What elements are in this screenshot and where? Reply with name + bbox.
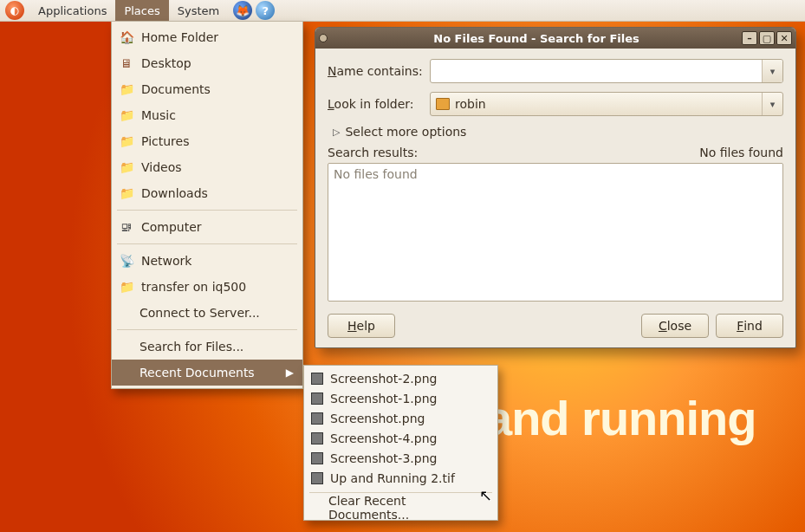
recent-item[interactable]: Screenshot.png	[304, 408, 497, 428]
recent-item-label: Screenshot.png	[330, 412, 425, 425]
places-transfer[interactable]: 📁transfer on iq500	[112, 274, 302, 300]
menu-places[interactable]: Places	[115, 0, 168, 21]
window-titlebar[interactable]: No Files Found - Search for Files – ▢ ✕	[315, 28, 795, 49]
firefox-launcher-icon[interactable]: 🦊	[233, 1, 252, 20]
dropdown-button-icon[interactable]: ▾	[762, 93, 782, 115]
folder-value: robin	[455, 97, 486, 111]
menu-item-label: Pictures	[141, 134, 189, 148]
places-videos[interactable]: 📁Videos	[112, 154, 302, 180]
recent-clear[interactable]: Clear Recent Documents...	[304, 497, 497, 517]
menu-applications[interactable]: Applications	[29, 0, 115, 21]
places-menu: 🏠Home Folder 🖥Desktop 📁Documents 📁Music …	[111, 22, 303, 389]
folder-icon: 📁	[119, 81, 134, 97]
places-computer[interactable]: 🖳Computer	[112, 214, 302, 240]
look-in-folder-combo[interactable]: robin ▾	[430, 92, 783, 116]
results-empty-text: No files found	[334, 167, 777, 181]
dropdown-button-icon[interactable]: ▾	[762, 60, 782, 82]
recent-item[interactable]: Screenshot-2.png	[304, 368, 497, 388]
window-minimize-button[interactable]: –	[742, 31, 757, 45]
places-search-files[interactable]: Search for Files...	[112, 334, 302, 360]
places-downloads[interactable]: 📁Downloads	[112, 180, 302, 206]
places-documents[interactable]: 📁Documents	[112, 76, 302, 102]
places-connect-server[interactable]: Connect to Server...	[112, 300, 302, 326]
places-recent-documents[interactable]: Recent Documents▶	[112, 360, 302, 386]
places-pictures[interactable]: 📁Pictures	[112, 128, 302, 154]
recent-item-label: Screenshot-1.png	[330, 392, 437, 405]
window-title: No Files Found - Search for Files	[333, 32, 740, 45]
search-files-window: No Files Found - Search for Files – ▢ ✕ …	[315, 27, 796, 348]
recent-item[interactable]: Screenshot-3.png	[304, 448, 497, 468]
places-network[interactable]: 📡Network	[112, 248, 302, 274]
menu-item-label: Clear Recent Documents...	[328, 494, 489, 522]
recent-item[interactable]: Up and Running 2.tif	[304, 468, 497, 488]
recent-documents-menu: Screenshot-2.png Screenshot-1.png Screen…	[303, 365, 498, 521]
help-launcher-icon[interactable]: ?	[256, 1, 275, 20]
menu-item-label: Music	[141, 108, 176, 122]
menu-item-label: Search for Files...	[140, 340, 243, 354]
menu-separator	[117, 210, 297, 211]
close-button[interactable]: Close	[641, 314, 709, 338]
help-button[interactable]: Help	[328, 314, 395, 338]
look-in-folder-label: Look in folder:	[328, 97, 430, 111]
home-folder-icon: 🏠	[119, 29, 134, 45]
menu-system[interactable]: System	[169, 0, 228, 21]
computer-icon: 🖳	[119, 219, 134, 235]
name-contains-combo[interactable]: ▾	[430, 59, 783, 83]
folder-music-icon: 📁	[119, 107, 134, 123]
places-home[interactable]: 🏠Home Folder	[112, 24, 302, 50]
window-menu-icon[interactable]	[319, 34, 328, 42]
folder-pictures-icon: 📁	[119, 133, 134, 149]
mouse-cursor-icon: ↖	[479, 486, 492, 504]
name-contains-label: Name contains:	[328, 64, 430, 78]
desktop-icon: 🖥	[119, 55, 134, 71]
image-thumb-icon	[311, 432, 323, 444]
wallpaper-text: and running	[485, 390, 756, 446]
recent-item[interactable]: Screenshot-4.png	[304, 428, 497, 448]
menu-item-label: Home Folder	[141, 30, 218, 44]
menu-item-label: Computer	[141, 220, 202, 234]
folder-videos-icon: 📁	[119, 159, 134, 175]
menu-item-label: Desktop	[141, 56, 192, 70]
recent-item-label: Screenshot-4.png	[330, 431, 437, 445]
home-folder-icon	[436, 98, 450, 110]
top-panel: ◐ Applications Places System 🦊 ?	[0, 0, 805, 22]
select-more-options[interactable]: ▷ Select more options	[328, 125, 783, 139]
menu-item-label: Documents	[141, 82, 211, 96]
menu-separator	[117, 329, 297, 330]
menu-item-label: transfer on iq500	[141, 280, 246, 294]
folder-remote-icon: 📁	[119, 279, 134, 295]
menu-separator	[117, 243, 297, 244]
window-body: Name contains: ▾ Look in folder: robin ▾…	[315, 49, 795, 348]
name-contains-input[interactable]	[431, 64, 762, 78]
search-results-list[interactable]: No files found	[328, 163, 783, 302]
menu-item-label: Network	[141, 254, 192, 268]
menu-item-label: Videos	[141, 160, 182, 174]
image-thumb-icon	[311, 412, 323, 425]
network-icon: 📡	[119, 253, 134, 269]
recent-item[interactable]: Screenshot-1.png	[304, 388, 497, 408]
menu-item-label: Connect to Server...	[140, 306, 260, 320]
window-maximize-button[interactable]: ▢	[759, 31, 775, 45]
image-thumb-icon	[311, 373, 323, 385]
image-thumb-icon	[311, 393, 323, 405]
window-close-button[interactable]: ✕	[776, 31, 792, 45]
recent-item-label: Screenshot-3.png	[330, 451, 437, 465]
submenu-arrow-icon: ▶	[286, 367, 294, 379]
find-button[interactable]: Find	[716, 314, 783, 338]
image-thumb-icon	[311, 472, 323, 484]
search-status: No files found	[699, 146, 783, 159]
folder-downloads-icon: 📁	[119, 185, 134, 201]
more-options-label: Select more options	[345, 125, 466, 139]
places-music[interactable]: 📁Music	[112, 102, 302, 128]
image-thumb-icon	[311, 452, 323, 464]
places-desktop[interactable]: 🖥Desktop	[112, 50, 302, 76]
menu-item-label: Downloads	[141, 186, 208, 200]
recent-item-label: Screenshot-2.png	[330, 372, 437, 386]
recent-item-label: Up and Running 2.tif	[330, 471, 455, 485]
search-results-label: Search results:	[328, 146, 418, 159]
expander-triangle-icon: ▷	[333, 127, 340, 138]
distributor-logo-icon[interactable]: ◐	[5, 1, 24, 20]
menu-item-label: Recent Documents	[140, 366, 255, 380]
